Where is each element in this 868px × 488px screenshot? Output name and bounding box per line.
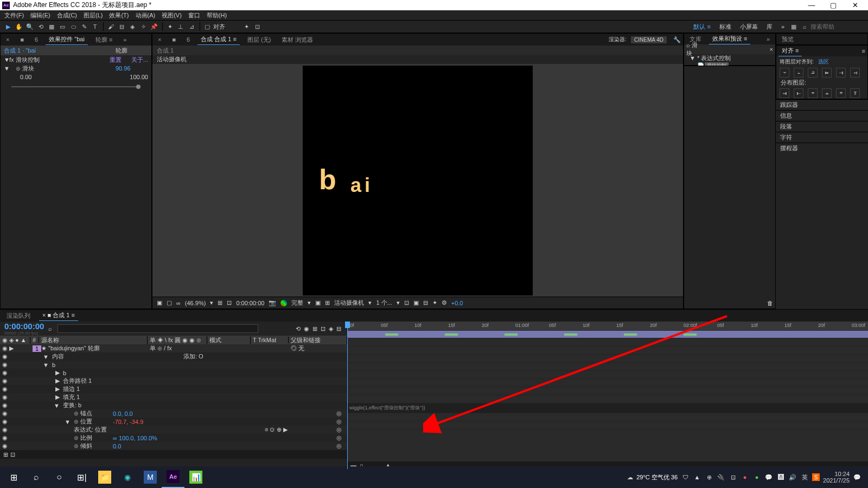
tl-tool-icon[interactable]: ⟲ bbox=[296, 325, 301, 332]
axis-y-icon[interactable]: ⊥ bbox=[176, 22, 186, 31]
eraser-tool-icon[interactable]: ◈ bbox=[127, 22, 137, 31]
property-row[interactable]: ◉▶b bbox=[0, 369, 347, 377]
slider-label[interactable]: ⊙ 滑块 bbox=[16, 65, 116, 73]
renderer-value[interactable]: CINEMA 4D bbox=[631, 36, 667, 43]
gear-icon[interactable]: ⚙ bbox=[442, 299, 447, 306]
dist-icon[interactable]: ⫩ bbox=[836, 88, 846, 98]
workspace-more[interactable]: » bbox=[777, 23, 789, 30]
tray-icon[interactable]: ● bbox=[741, 473, 749, 481]
dist-icon[interactable]: ⫧ bbox=[808, 88, 818, 98]
zoom-tool-icon[interactable]: 🔍 bbox=[25, 22, 35, 31]
menu-help[interactable]: 帮助(H) bbox=[205, 11, 229, 20]
mask-icon[interactable]: ▣ bbox=[315, 299, 321, 306]
align-top-icon[interactable]: ⫢ bbox=[822, 68, 832, 78]
reset-link[interactable]: 重置 bbox=[110, 56, 131, 64]
roto-tool-icon[interactable]: ✧ bbox=[138, 22, 148, 31]
close-tab-icon[interactable]: × bbox=[3, 35, 12, 44]
align-right-icon[interactable]: ⫡ bbox=[808, 68, 818, 78]
comp-name[interactable]: 合成 1 bbox=[157, 47, 174, 55]
layer-av[interactable]: ◉ ▶ bbox=[2, 345, 33, 352]
snap-label[interactable]: 对齐 bbox=[213, 23, 225, 31]
safe-icon[interactable]: ⊡ bbox=[227, 299, 232, 306]
property-row[interactable]: ◉⊙ 比例∞ 100.0, 100.0%◎ bbox=[0, 434, 347, 442]
toggle-icon[interactable]: ✦ bbox=[432, 299, 437, 306]
weather-text[interactable]: 29°C 空气优 36 bbox=[636, 473, 678, 481]
toggle-icon[interactable]: ⊡ bbox=[10, 451, 15, 458]
notifications-icon[interactable]: 💬 bbox=[853, 473, 861, 481]
app-icon[interactable]: M bbox=[139, 466, 162, 488]
panel-icon[interactable]: ■ bbox=[17, 35, 27, 44]
property-row[interactable]: ◉▼变换: b bbox=[0, 401, 347, 409]
color-icon[interactable] bbox=[280, 300, 287, 306]
app-icon[interactable]: 📊 bbox=[184, 466, 207, 488]
selection-tool-icon[interactable]: ▶ bbox=[3, 22, 13, 31]
property-row[interactable]: ◉⊙ 倾斜0.0◎ bbox=[0, 442, 347, 450]
tracker-panel[interactable]: 跟踪器 bbox=[776, 99, 868, 110]
slider-thumb[interactable] bbox=[136, 85, 141, 89]
menu-comp[interactable]: 合成(C) bbox=[55, 11, 79, 20]
fx-icon[interactable]: fx bbox=[9, 56, 16, 63]
menu-window[interactable]: 窗口 bbox=[186, 11, 202, 20]
dropdown-icon[interactable]: ▾ bbox=[397, 299, 400, 306]
toggle-icon[interactable]: ⊡ bbox=[404, 299, 409, 306]
minimize-button[interactable]: — bbox=[801, 1, 822, 9]
more-tabs[interactable]: » bbox=[120, 35, 130, 44]
keyframe-marker[interactable] bbox=[564, 333, 577, 336]
twirl-icon[interactable]: ▼ bbox=[4, 56, 9, 63]
more-tabs[interactable]: » bbox=[763, 35, 773, 43]
menu-file[interactable]: 文件(F) bbox=[2, 11, 26, 20]
hdr-av[interactable]: ◉ ◈ ● ▲ bbox=[0, 337, 30, 344]
workspace-small[interactable]: 小屏幕 bbox=[736, 23, 762, 31]
adobe-icon[interactable]: ▦ bbox=[789, 22, 799, 31]
tray-icon[interactable]: 💬 bbox=[764, 473, 773, 481]
res-icon[interactable]: ⊞ bbox=[218, 299, 222, 306]
align-to-value[interactable]: 选区 bbox=[818, 58, 829, 66]
property-row[interactable]: ◉表达式: 位置≡ ⊙ ⊕ ▶◎ bbox=[0, 426, 347, 434]
menu-layer[interactable]: 图层(L) bbox=[81, 11, 105, 20]
layer-num[interactable]: 1 bbox=[33, 345, 41, 352]
start-button[interactable]: ⊞ bbox=[2, 466, 25, 488]
layer-viewer-tab[interactable]: 图层 (无) bbox=[244, 35, 274, 45]
keyframe-marker[interactable] bbox=[624, 333, 637, 336]
cti-head-icon[interactable] bbox=[345, 322, 350, 328]
exposure-value[interactable]: +0.0 bbox=[451, 300, 463, 306]
rect-tool-icon[interactable]: ▭ bbox=[58, 22, 67, 31]
menu-view[interactable]: 视图(V) bbox=[159, 11, 184, 20]
tray-icon[interactable]: 🛡 bbox=[681, 473, 690, 481]
slider-value[interactable]: 90.96 bbox=[116, 65, 148, 72]
camera-tool-icon[interactable]: ▦ bbox=[47, 22, 56, 31]
axis-tool-icon[interactable]: ✦ bbox=[165, 22, 175, 31]
paragraph-panel[interactable]: 段落 bbox=[776, 121, 868, 132]
render-queue-tab[interactable]: 渲染队列 bbox=[3, 311, 34, 321]
mask-tool-icon[interactable]: ✦ bbox=[241, 22, 251, 31]
about-link[interactable]: 关于... bbox=[131, 56, 148, 64]
align-hcenter-icon[interactable]: ⫠ bbox=[794, 68, 803, 78]
clock[interactable]: 10:24 2021/7/25 bbox=[823, 471, 850, 484]
twirl-icon[interactable]: ▼ bbox=[4, 65, 16, 72]
tray-icon[interactable]: 🔌 bbox=[717, 473, 725, 481]
align-tab[interactable]: 对齐 ≡ bbox=[778, 46, 802, 56]
tray-icon[interactable]: ⊡ bbox=[729, 473, 737, 481]
expression-text[interactable]: wiggle(1,effect("滑块控制")("滑块")) bbox=[349, 404, 425, 412]
wrench-icon[interactable]: 🔧 bbox=[673, 36, 681, 43]
property-row[interactable]: ◉▼⊙ 位置-70.7, -34.9◎ bbox=[0, 418, 347, 426]
text-tool-icon[interactable]: T bbox=[90, 22, 100, 31]
keyframe-marker[interactable] bbox=[684, 333, 697, 336]
property-row[interactable]: ◉▼b bbox=[0, 361, 347, 369]
help-search-input[interactable] bbox=[810, 23, 865, 30]
tl-tool-icon[interactable]: ⊡ bbox=[321, 325, 326, 332]
tl-tool-icon[interactable]: ◈ bbox=[329, 325, 333, 332]
close-tab-icon[interactable]: × bbox=[155, 35, 164, 44]
layer-name[interactable]: ★ "baidujingyan" 轮廓 bbox=[41, 344, 150, 352]
quality-dropdown[interactable]: 完整 bbox=[291, 299, 303, 307]
align-left-icon[interactable]: ⫟ bbox=[780, 68, 789, 78]
tray-icon[interactable]: ● bbox=[752, 473, 761, 481]
toggle-switches-icon[interactable]: ⊞ bbox=[3, 451, 8, 458]
workspace-library[interactable]: 库 bbox=[762, 23, 777, 31]
views-dropdown[interactable]: 1 个... bbox=[376, 299, 392, 307]
tray-icon[interactable]: 🅰 bbox=[776, 473, 785, 481]
effects-presets-tab[interactable]: 效果和预设 ≡ bbox=[709, 34, 750, 44]
panel-label[interactable]: 6 bbox=[31, 35, 41, 44]
workspace-default[interactable]: 默认 ≡ bbox=[689, 23, 714, 31]
search-button[interactable]: ⌕ bbox=[25, 466, 48, 488]
